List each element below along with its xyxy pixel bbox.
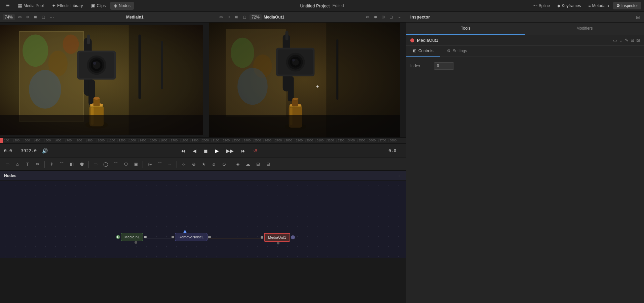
- node-media-out1-box[interactable]: MediaOut1: [264, 233, 290, 242]
- step-back-button[interactable]: ◀: [191, 147, 198, 155]
- left-viewer-pane[interactable]: [0, 23, 203, 137]
- tool-clone[interactable]: ⊙: [219, 160, 229, 168]
- node-media-in1-box[interactable]: MediaIn1: [121, 233, 143, 241]
- left-zoom[interactable]: 74%: [3, 14, 15, 20]
- tool-cloud[interactable]: ☁: [243, 160, 253, 168]
- left-viewer-btn2[interactable]: ⊕: [25, 14, 31, 20]
- menu-item-keyframes[interactable]: ◆ Keyframes: [554, 2, 584, 9]
- node-media-in1[interactable]: ▶ MediaIn1: [116, 233, 147, 241]
- right-zoom[interactable]: 72%: [250, 14, 262, 20]
- tool-3d[interactable]: ◈: [233, 160, 242, 168]
- tool-brush-icon: ★: [202, 162, 206, 167]
- inspector-node-action3[interactable]: ✎: [625, 38, 629, 43]
- menu-item-inspector[interactable]: ⚙ Inspector: [613, 2, 641, 9]
- loop-button[interactable]: ↺: [251, 147, 259, 155]
- step-forward-button[interactable]: ▶▶: [224, 147, 236, 155]
- tool-extra1[interactable]: ⊞: [253, 160, 263, 168]
- right-viewer-pane[interactable]: [203, 23, 406, 137]
- left-viewer-more[interactable]: ···: [48, 14, 55, 20]
- svg-point-48: [293, 98, 299, 100]
- inspector-tab-tools[interactable]: Tools: [406, 23, 525, 35]
- node-media-out1-bottom: [277, 242, 279, 244]
- node-remove-noise1-box[interactable]: RemoveNoise1: [175, 233, 207, 241]
- skip-forward-button[interactable]: ⏭: [239, 147, 248, 155]
- node-media-in1-play[interactable]: ▶: [116, 235, 120, 239]
- tool-polygon[interactable]: ⬡: [121, 160, 130, 168]
- inspector-expand-button[interactable]: ⊞: [636, 14, 640, 20]
- right-viewer-more[interactable]: ···: [396, 14, 403, 20]
- tool-separator-4: [177, 161, 177, 168]
- inspector-tab-settings[interactable]: ⚙ Settings: [440, 46, 474, 57]
- inspector-node-action1[interactable]: ▭: [613, 38, 617, 43]
- inspector-node-action2[interactable]: ⌄: [619, 38, 623, 43]
- tool-transform[interactable]: ⌂: [13, 160, 22, 168]
- inspector-index-label: Index: [410, 64, 430, 68]
- tool-text[interactable]: T: [23, 160, 32, 168]
- inspector-node-action4[interactable]: ⊟: [631, 38, 634, 43]
- tool-path[interactable]: ⌒: [155, 160, 164, 169]
- tool-extra2-icon: ⊟: [266, 162, 270, 167]
- left-viewer-btn4[interactable]: ▢: [40, 14, 46, 20]
- menu-item-metadata[interactable]: ≡ Metadata: [585, 2, 612, 9]
- left-viewer-btn1[interactable]: ▭: [17, 14, 23, 20]
- tool-brush[interactable]: ★: [199, 160, 209, 168]
- tool-select-icon: ▭: [5, 162, 9, 167]
- right-viewer-btn3[interactable]: ⊞: [234, 14, 239, 20]
- inspector-tab-controls[interactable]: ⊞ Controls: [406, 46, 440, 57]
- svg-rect-8: [87, 35, 90, 44]
- menu-item-effects-library[interactable]: ✦ Effects Library: [48, 2, 86, 10]
- inspector-index-value[interactable]: 0: [434, 62, 454, 70]
- tool-mask[interactable]: ◧: [67, 160, 76, 168]
- tool-extra2[interactable]: ⊟: [263, 160, 273, 168]
- inspector-sub-tabs: ⊞ Controls ⚙ Settings: [406, 46, 644, 57]
- menu-item-spline[interactable]: 〰 Spline: [530, 2, 553, 9]
- node-media-out1[interactable]: MediaOut1: [261, 233, 295, 242]
- tool-circle-icon: ◎: [148, 162, 152, 167]
- tool-paint[interactable]: ✏: [33, 160, 42, 168]
- right-viewer-btn8[interactable]: ▢: [388, 14, 394, 20]
- inspector-tab-modifiers[interactable]: Modifiers: [525, 23, 644, 35]
- node-media-out1-play[interactable]: [291, 235, 295, 239]
- nodes-panel-more[interactable]: ···: [397, 173, 402, 178]
- skip-back-button[interactable]: ⏮: [179, 147, 187, 155]
- skip-back-icon: ⏮: [181, 148, 185, 154]
- media-pool-icon: ▦: [18, 3, 22, 8]
- stop-icon: ◼: [204, 148, 208, 154]
- inspector-node-action5[interactable]: ⊠: [636, 38, 640, 43]
- nodes-canvas[interactable]: ▶ MediaIn1 RemoveNoise1: [0, 181, 406, 258]
- left-viewer-btn3[interactable]: ⊞: [33, 14, 38, 20]
- stop-button[interactable]: ◼: [202, 147, 210, 155]
- ruler-mark: |1000: [97, 139, 107, 143]
- tool-select[interactable]: ▭: [3, 160, 12, 168]
- node-remove-noise1[interactable]: RemoveNoise1: [172, 233, 211, 241]
- right-viewer-btn7[interactable]: ⊞: [380, 14, 386, 20]
- ruler-mark: |1700: [169, 139, 180, 143]
- left-viewer-image: [0, 23, 203, 137]
- tool-path2[interactable]: ⌣: [165, 160, 175, 168]
- tool-move[interactable]: ⊹: [179, 160, 188, 168]
- volume-button[interactable]: 🔊: [40, 147, 50, 155]
- tool-particle[interactable]: ✳: [47, 160, 56, 168]
- right-viewer-btn4[interactable]: ▢: [241, 14, 248, 20]
- tool-bspline[interactable]: ⌒: [111, 160, 120, 169]
- menu-item-clips[interactable]: ▣ Clips: [88, 2, 109, 10]
- right-viewer-btn-layout[interactable]: ▭: [218, 14, 224, 20]
- tool-multi[interactable]: ⊕: [189, 160, 198, 168]
- tool-move-icon: ⊹: [182, 162, 186, 167]
- svg-point-6: [63, 35, 79, 54]
- tool-circle[interactable]: ◎: [145, 160, 154, 168]
- right-viewer-btn6[interactable]: ⊕: [373, 14, 378, 20]
- play-button[interactable]: ▶: [213, 147, 221, 155]
- tool-warp[interactable]: ⬟: [77, 160, 86, 168]
- tool-eraser[interactable]: ⌀: [209, 160, 219, 168]
- right-viewer-btn2[interactable]: ⊕: [226, 14, 232, 20]
- workspace-switcher[interactable]: ☰: [3, 2, 13, 9]
- tool-ellipse-mask[interactable]: ◯: [101, 160, 110, 168]
- right-viewer-btn5[interactable]: ▭: [365, 14, 371, 20]
- timeline-ruler[interactable]: |100|200|300|400|500|600|700|800|900|100…: [0, 138, 406, 144]
- tool-crop[interactable]: ▣: [131, 160, 141, 168]
- menu-item-media-pool[interactable]: ▦ Media Pool: [14, 2, 47, 10]
- tool-spline[interactable]: ⌒: [57, 160, 66, 169]
- tool-rect-mask[interactable]: ▭: [91, 160, 100, 168]
- menu-item-nodes[interactable]: ◈ Nodes: [110, 2, 134, 10]
